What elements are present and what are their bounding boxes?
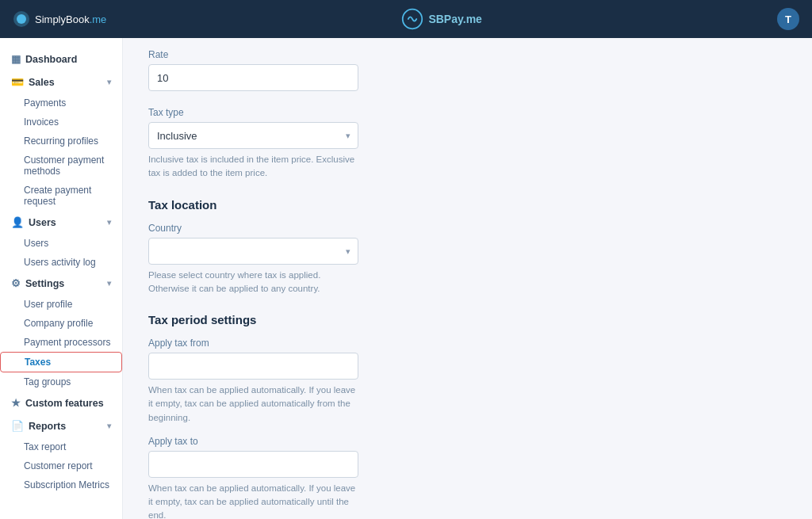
simplybook-logo: SimplyBook.me [13,10,106,28]
chevron-down-icon: ▾ [107,218,111,227]
settings-icon: ⚙ [11,277,21,289]
sbpay-label: SBPay.me [428,13,481,25]
sidebar-item-user-profile[interactable]: User profile [0,295,122,314]
tax-period-title: Tax period settings [148,313,787,326]
sidebar-item-payment-processors[interactable]: Payment processors [0,333,122,352]
sidebar-item-invoices[interactable]: Invoices [0,113,122,132]
tax-location-section: Tax location Country ▾ Please select cou… [148,198,787,296]
sidebar-item-customer-payment-methods[interactable]: Customer payment methods [0,151,122,181]
tax-type-select[interactable]: Inclusive Exclusive [148,122,358,149]
sales-icon: 💳 [11,76,24,88]
sbpay-brand: SBPay.me [401,8,481,30]
tax-type-label: Tax type [148,107,787,118]
country-label: Country [148,223,787,234]
user-avatar[interactable]: T [777,8,799,30]
tax-location-title: Tax location [148,198,787,212]
sidebar-section-sales[interactable]: 💳 Sales ▾ [0,71,122,93]
tax-period-section: Tax period settings Apply tax from When … [148,313,787,519]
top-navigation: SimplyBook.me SBPay.me T [0,0,812,38]
users-icon: 👤 [11,216,24,228]
sidebar-item-dashboard[interactable]: ▦ Dashboard [0,48,122,71]
country-select-wrapper: ▾ [148,238,358,265]
sidebar-item-recurring-profiles[interactable]: Recurring profiles [0,132,122,151]
sidebar-section-settings[interactable]: ⚙ Settings ▾ [0,272,122,295]
chevron-down-icon: ▾ [107,279,111,288]
dashboard-icon: ▦ [11,53,21,65]
sidebar-item-customer-report[interactable]: Customer report [0,456,122,475]
sidebar-item-tax-report[interactable]: Tax report [0,437,122,456]
sidebar-section-custom-features[interactable]: ★ Custom features [0,391,122,414]
svg-point-1 [17,14,26,24]
sidebar-section-users[interactable]: 👤 Users ▾ [0,211,122,234]
custom-features-icon: ★ [11,397,21,409]
country-select[interactable] [148,238,358,265]
sidebar: ▦ Dashboard 💳 Sales ▾ Payments Invoices … [0,38,123,519]
rate-input[interactable] [148,64,358,91]
sidebar-item-payments[interactable]: Payments [0,93,122,113]
apply-tax-from-label: Apply tax from [148,338,787,349]
rate-section: Rate [148,49,787,91]
apply-tax-from-hint: When tax can be applied automatically. I… [148,384,362,425]
main-content: Rate Tax type Inclusive Exclusive ▾ Incl… [123,38,812,519]
sbpay-icon [401,8,423,30]
sidebar-item-subscription-metrics[interactable]: Subscription Metrics [0,475,122,494]
apply-tax-to-label: Apply tax to [148,436,787,447]
sidebar-item-users-activity-log[interactable]: Users activity log [0,253,122,272]
sidebar-item-tag-groups[interactable]: Tag groups [0,372,122,391]
sidebar-item-company-profile[interactable]: Company profile [0,314,122,333]
rate-label: Rate [148,49,787,60]
sidebar-section-reports[interactable]: 📄 Reports ▾ [0,414,122,437]
reports-icon: 📄 [11,420,24,432]
sidebar-item-users[interactable]: Users [0,234,122,253]
apply-tax-to-input[interactable] [148,451,358,478]
logo-text: SimplyBook.me [35,13,106,25]
tax-type-select-wrapper: Inclusive Exclusive ▾ [148,122,358,149]
chevron-down-icon: ▾ [107,422,111,430]
tax-type-hint: Inclusive tax is included in the item pr… [148,153,362,181]
sidebar-item-create-payment-request[interactable]: Create payment request [0,181,122,211]
tax-type-section: Tax type Inclusive Exclusive ▾ Inclusive… [148,107,787,181]
apply-tax-from-input[interactable] [148,353,358,380]
apply-tax-to-hint: When tax can be applied automatically. I… [148,482,362,519]
chevron-down-icon: ▾ [107,78,111,86]
simplybook-logo-icon [13,10,30,28]
sidebar-item-taxes[interactable]: Taxes [0,352,122,372]
country-hint: Please select country where tax is appli… [148,269,362,296]
